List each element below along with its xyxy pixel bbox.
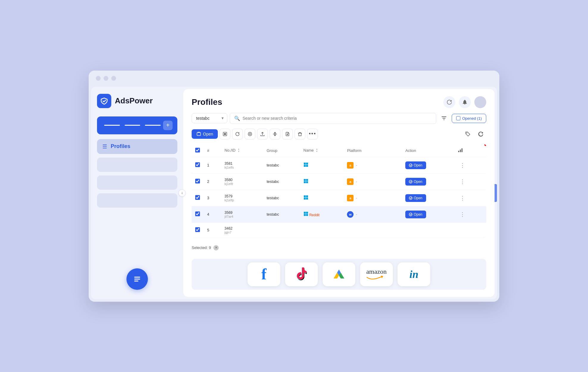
sidebar-profiles-label: Profiles [111, 143, 130, 150]
table-row: 1 3581 kj1elfs testabc [192, 157, 486, 173]
svg-rect-18 [306, 179, 308, 181]
facebook-f-icon: f [261, 265, 266, 283]
svg-point-8 [466, 133, 467, 133]
row-checkbox[interactable] [195, 227, 200, 232]
tag-button[interactable] [462, 129, 473, 139]
row-more-button[interactable]: ⋮ [457, 161, 467, 170]
group-select[interactable]: testabc [192, 113, 227, 123]
row-more-button[interactable]: ⋮ [457, 194, 467, 203]
main-content: ‹ Profiles [183, 89, 495, 297]
selected-count-label: Selected: 9 [192, 245, 211, 250]
row-open-button[interactable]: Open [405, 211, 426, 218]
row-no-id: 3580 kj1elfr [221, 173, 263, 190]
svg-rect-17 [304, 179, 306, 181]
row-no-id: 3581 kj1elfs [221, 157, 263, 173]
row-no-id: 3462 jgjn7 [221, 222, 263, 238]
move-button[interactable] [270, 129, 280, 139]
open-button[interactable]: Open [192, 129, 218, 139]
rpa-button[interactable] [220, 129, 230, 139]
row-no-id: 3569 jil7ar4 [221, 206, 263, 222]
row-action [402, 222, 454, 238]
new-btn-line3 [145, 125, 161, 126]
svg-rect-15 [306, 165, 308, 167]
sidebar-item-profiles[interactable]: ☰ Profiles [97, 139, 177, 154]
google-ads-logo[interactable] [323, 262, 355, 286]
tiktok-logo[interactable] [285, 262, 318, 286]
row-no-id: 3579 kj1elfp [221, 190, 263, 206]
collapse-sidebar-button[interactable]: ‹ [179, 189, 186, 197]
row-name [300, 173, 344, 190]
svg-rect-9 [458, 151, 459, 152]
svg-rect-11 [462, 148, 462, 152]
svg-rect-23 [306, 195, 308, 197]
notification-button[interactable] [459, 96, 471, 108]
right-handle [495, 184, 497, 202]
opened-filter-button[interactable]: Opened (1) [452, 114, 486, 123]
sidebar-item-4 [97, 193, 177, 208]
filter-button[interactable] [439, 113, 449, 124]
row-num: 4 [204, 206, 221, 222]
amazon-icon: a [347, 178, 354, 185]
row-platform: a - [343, 157, 384, 173]
amazon-icon: a [347, 162, 354, 169]
row-platform [343, 222, 384, 238]
col-no-id[interactable]: No./ID ▲▼ [221, 144, 263, 157]
svg-point-16 [409, 164, 412, 167]
sync-button[interactable] [232, 129, 243, 139]
svg-point-21 [409, 180, 412, 183]
select-all-checkbox[interactable] [195, 148, 200, 152]
row-platform: a - [343, 190, 384, 206]
more-button[interactable]: ••• [307, 129, 318, 139]
sidebar-bottom-fab[interactable] [126, 268, 148, 290]
svg-rect-10 [460, 150, 461, 152]
new-profile-button[interactable]: + [97, 116, 177, 134]
row-group: testabc [263, 157, 300, 173]
traffic-light-yellow [104, 76, 108, 81]
action-bar-right [462, 129, 486, 139]
row-more-button[interactable]: ⋮ [457, 177, 467, 186]
row-platform: a - [343, 173, 384, 190]
selected-bar: Selected: 9 ✕ [192, 243, 486, 253]
col-stats[interactable] [454, 144, 486, 157]
svg-rect-22 [304, 195, 306, 197]
group-select-wrapper: testabc ▼ [192, 113, 227, 123]
col-action: Action [402, 144, 454, 157]
linkedin-logo[interactable]: in [398, 262, 430, 286]
linkedin-in-icon: in [409, 268, 418, 281]
close-profiles-button[interactable] [245, 129, 255, 139]
upload-button[interactable] [257, 129, 268, 139]
facebook-logo[interactable]: f [248, 262, 280, 286]
row-name [300, 190, 344, 206]
row-open-button[interactable]: Open [405, 161, 426, 169]
row-open-button[interactable]: Open [405, 194, 426, 202]
windows-icon [304, 195, 308, 200]
row-num: 2 [204, 173, 221, 190]
row-checkbox[interactable] [195, 195, 200, 200]
row-checkbox[interactable] [195, 211, 200, 216]
page-title: Profiles [192, 97, 222, 107]
windows-icon [304, 179, 308, 183]
tiktok-icon [294, 267, 309, 282]
user-avatar[interactable] [474, 96, 486, 108]
row-checkbox[interactable] [195, 162, 200, 167]
row-more-button[interactable]: ⋮ [457, 210, 467, 219]
refresh-table-button[interactable] [476, 129, 486, 139]
svg-rect-13 [306, 163, 308, 165]
stats-badge [484, 144, 486, 146]
svg-rect-4 [198, 132, 200, 133]
export-button[interactable] [282, 129, 293, 139]
col-name[interactable]: Name ▲▼ [300, 144, 344, 157]
amazon-logo[interactable]: amazon [360, 262, 393, 286]
delete-button[interactable] [295, 129, 305, 139]
row-checkbox[interactable] [195, 179, 200, 183]
svg-rect-25 [306, 198, 308, 200]
svg-rect-3 [197, 133, 201, 136]
row-name: Reddit [300, 206, 344, 222]
table-row: 2 3580 kj1elfr testabc [192, 173, 486, 190]
row-open-button[interactable]: Open [405, 178, 426, 186]
clear-selection-button[interactable]: ✕ [213, 245, 219, 250]
titlebar [89, 71, 499, 84]
search-input[interactable] [243, 116, 432, 121]
svg-rect-12 [304, 163, 306, 165]
refresh-header-button[interactable] [443, 96, 455, 108]
